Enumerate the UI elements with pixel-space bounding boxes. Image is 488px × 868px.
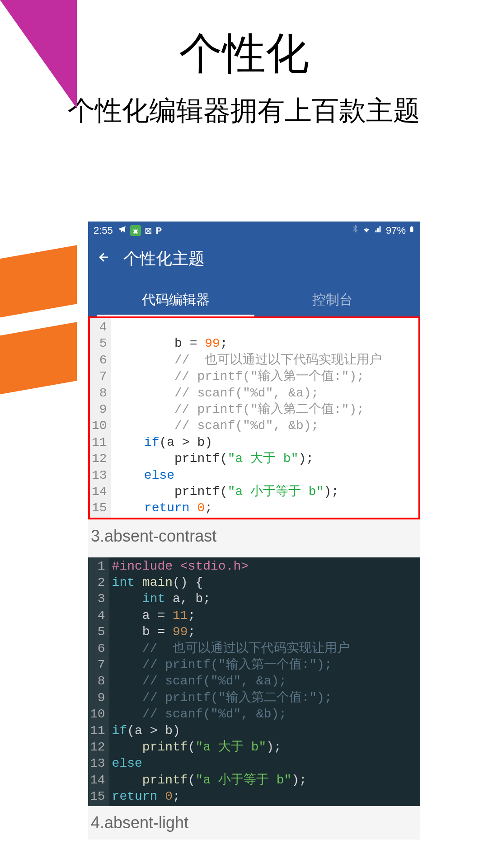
telegram-icon xyxy=(117,224,127,237)
line-numbers-light: 456789101112131415 xyxy=(90,318,111,518)
svg-rect-0 xyxy=(410,227,413,231)
decorative-bar-2 xyxy=(0,322,77,396)
tabs: 代码编辑器 控制台 xyxy=(97,283,411,316)
code-content-light: b = 99; // 也可以通过以下代码实现让用户 // printf("输入第… xyxy=(111,318,382,518)
code-preview-dark: 123456789101112131415 #include <stdio.h>… xyxy=(88,557,420,806)
status-bar: 2:55 ◉ ⊠ P 97% xyxy=(88,222,420,240)
decorative-triangle xyxy=(0,0,77,108)
svg-rect-1 xyxy=(411,226,413,227)
theme-label-3: 3.absent-contrast xyxy=(88,519,420,553)
theme-label-4: 4.absent-light xyxy=(88,806,420,840)
tab-code-editor[interactable]: 代码编辑器 xyxy=(97,283,254,316)
status-time: 2:55 xyxy=(94,225,113,236)
code-preview-light: 456789101112131415 b = 99; // 也可以通过以下代码实… xyxy=(88,316,420,519)
back-button[interactable] xyxy=(97,250,111,268)
p-icon: P xyxy=(156,226,162,236)
app-screenshot: 2:55 ◉ ⊠ P 97% xyxy=(88,222,420,840)
wifi-icon xyxy=(361,225,371,236)
app-icon: ◉ xyxy=(130,225,141,236)
notification-icon: ⊠ xyxy=(145,225,152,236)
line-numbers-dark: 123456789101112131415 xyxy=(88,557,109,806)
header-title: 个性化主题 xyxy=(123,248,205,270)
battery-percent: 97% xyxy=(386,225,406,236)
tab-console[interactable]: 控制台 xyxy=(254,283,412,316)
app-header: 个性化主题 代码编辑器 控制台 xyxy=(88,240,420,316)
bluetooth-icon xyxy=(352,225,359,236)
code-content-dark: #include <stdio.h>int main() { int a, b;… xyxy=(109,557,350,806)
battery-icon xyxy=(408,224,415,237)
signal-icon xyxy=(374,225,383,236)
decorative-bar-1 xyxy=(0,245,77,320)
